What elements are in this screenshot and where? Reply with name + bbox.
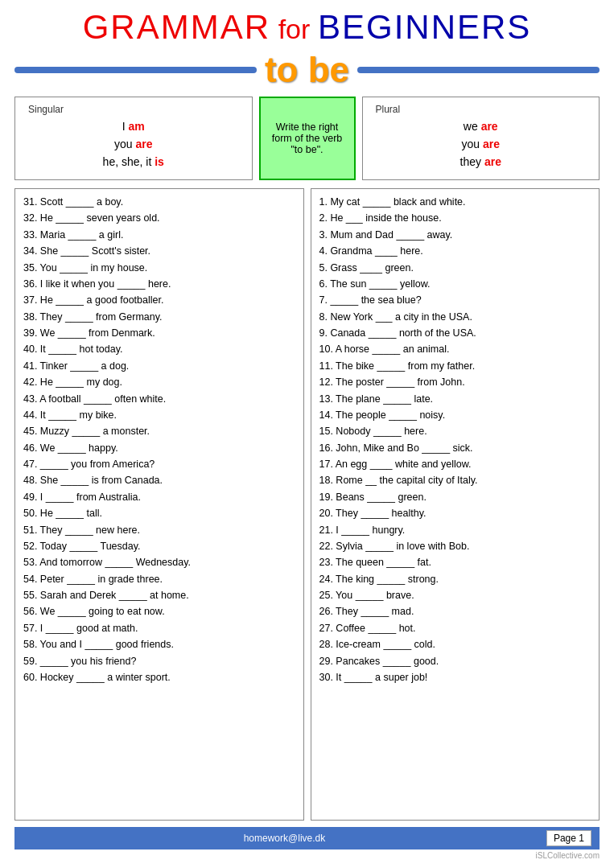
left-exercise-item: 49. I _____ from Australia. <box>23 490 295 505</box>
right-exercise-item: 26. They _____ mad. <box>319 604 591 619</box>
left-exercise-item: 43. A football _____ often white. <box>23 392 295 407</box>
watermark: iSLCollective.com <box>14 851 600 860</box>
verb-are-1: are <box>135 138 152 150</box>
footer: homework@live.dk Page 1 <box>14 827 600 849</box>
title-beginners: BEGINNERS <box>318 8 531 46</box>
plural-row-1: we are <box>376 120 587 133</box>
left-exercise-item: 58. You and I _____ good friends. <box>23 637 295 652</box>
left-exercise-item: 37. He _____ a good footballer. <box>23 293 295 308</box>
left-exercise-item: 35. You _____ in my house. <box>23 261 295 276</box>
left-exercise-item: 32. He _____ seven years old. <box>23 211 295 226</box>
right-exercise-item: 14. The people _____ noisy. <box>319 408 591 423</box>
verb-are-2: are <box>481 120 498 133</box>
left-exercise-item: 38. They _____ from Germany. <box>23 310 295 325</box>
left-exercise-item: 51. They _____ new here. <box>23 523 295 538</box>
right-exercise-item: 3. Mum and Dad _____ away. <box>319 228 591 243</box>
singular-box: Singular I am you are he, she, it is <box>14 97 253 180</box>
left-exercise-item: 55. Sarah and Derek _____ at home. <box>23 588 295 603</box>
right-exercise-item: 21. I _____ hungry. <box>319 523 591 538</box>
blue-line-left <box>14 67 257 73</box>
left-exercise-item: 60. Hockey _____ a winter sport. <box>23 670 295 685</box>
footer-page: Page 1 <box>546 830 591 846</box>
singular-label: Singular <box>28 104 239 115</box>
plural-box: Plural we are you are they are <box>362 97 600 180</box>
right-exercise-item: 19. Beans _____ green. <box>319 490 591 505</box>
left-exercise-item: 41. Tinker _____ a dog. <box>23 359 295 374</box>
right-exercise-item: 11. The bike _____ from my father. <box>319 359 591 374</box>
right-exercise-item: 4. Grandma ____ here. <box>319 244 591 259</box>
plural-label: Plural <box>376 104 587 115</box>
left-exercise-item: 54. Peter _____ in grade three. <box>23 572 295 587</box>
left-exercise-item: 56. We _____ going to eat now. <box>23 604 295 619</box>
left-exercise-item: 53. And tomorrow _____ Wednesday. <box>23 555 295 570</box>
center-instruction-text: Write the right form of the verb "to be"… <box>267 121 348 155</box>
page: GRAMMAR for BEGINNERS to be Singular I a… <box>0 0 614 868</box>
right-exercise-item: 7. _____ the sea blue? <box>319 293 591 308</box>
left-exercise-col: 31. Scott _____ a boy.32. He _____ seven… <box>14 188 304 821</box>
right-exercise-col: 1. My cat _____ black and white.2. He __… <box>311 188 600 821</box>
left-exercise-item: 31. Scott _____ a boy. <box>23 195 295 210</box>
left-exercise-item: 33. Maria _____ a girl. <box>23 228 295 243</box>
left-exercise-item: 52. Today _____ Tuesday. <box>23 539 295 554</box>
right-exercise-item: 29. Pancakes _____ good. <box>319 654 591 669</box>
left-exercise-item: 47. _____ you from America? <box>23 457 295 472</box>
left-exercise-item: 45. Muzzy _____ a monster. <box>23 424 295 439</box>
left-exercise-item: 59. _____ you his friend? <box>23 654 295 669</box>
right-exercise-item: 2. He ___ inside the house. <box>319 211 591 226</box>
right-exercise-item: 23. The queen _____ fat. <box>319 555 591 570</box>
right-exercise-item: 27. Coffee _____ hot. <box>319 621 591 636</box>
title-section: GRAMMAR for BEGINNERS <box>14 8 600 47</box>
right-exercise-item: 18. Rome __ the capital city of Italy. <box>319 473 591 488</box>
exercises-row: 31. Scott _____ a boy.32. He _____ seven… <box>14 188 600 821</box>
right-exercise-item: 9. Canada _____ north of the USA. <box>319 326 591 341</box>
right-exercise-item: 30. It _____ a super job! <box>319 670 591 685</box>
right-exercise-item: 25. You _____ brave. <box>319 588 591 603</box>
grammar-table-section: Singular I am you are he, she, it is Wri… <box>14 97 600 180</box>
left-exercise-item: 34. She _____ Scott's sister. <box>23 244 295 259</box>
left-exercise-item: 50. He _____ tall. <box>23 506 295 521</box>
singular-row-3: he, she, it is <box>28 155 239 168</box>
plural-row-2: you are <box>376 138 587 150</box>
right-exercise-item: 12. The poster _____ from John. <box>319 375 591 390</box>
right-exercise-item: 22. Sylvia _____ in love with Bob. <box>319 539 591 554</box>
right-exercise-item: 13. The plane _____ late. <box>319 392 591 407</box>
verb-are-3: are <box>483 138 500 150</box>
right-exercise-item: 20. They _____ healthy. <box>319 506 591 521</box>
singular-row-1: I am <box>28 120 239 133</box>
left-exercise-item: 57. I _____ good at math. <box>23 621 295 636</box>
left-exercise-item: 46. We _____ happy. <box>23 441 295 456</box>
left-exercise-item: 40. It _____ hot today. <box>23 342 295 357</box>
right-exercise-item: 24. The king _____ strong. <box>319 572 591 587</box>
title-grammar: GRAMMAR <box>83 8 270 46</box>
right-exercise-item: 8. New York ___ a city in the USA. <box>319 310 591 325</box>
title-tobe: to be <box>265 50 349 90</box>
singular-row-2: you are <box>28 138 239 150</box>
right-exercise-item: 10. A horse _____ an animal. <box>319 342 591 357</box>
right-exercise-item: 16. John, Mike and Bo _____ sick. <box>319 441 591 456</box>
plural-row-3: they are <box>376 155 587 168</box>
title-for: for <box>278 14 311 44</box>
left-exercise-item: 36. I like it when you _____ here. <box>23 277 295 292</box>
verb-is: is <box>155 155 164 168</box>
footer-email: homework@live.dk <box>244 833 326 844</box>
left-exercise-item: 44. It _____ my bike. <box>23 408 295 423</box>
left-exercise-item: 48. She _____ is from Canada. <box>23 473 295 488</box>
verb-am: am <box>129 120 145 133</box>
right-exercise-item: 28. Ice-cream _____ cold. <box>319 637 591 652</box>
right-exercise-item: 6. The sun _____ yellow. <box>319 277 591 292</box>
subtitle-row: to be <box>14 50 600 90</box>
verb-are-4: are <box>484 155 501 168</box>
blue-line-right <box>357 67 600 73</box>
right-exercise-item: 5. Grass ____ green. <box>319 261 591 276</box>
right-exercise-item: 17. An egg ____ white and yellow. <box>319 457 591 472</box>
center-instruction-box: Write the right form of the verb "to be"… <box>259 97 356 180</box>
right-exercise-item: 1. My cat _____ black and white. <box>319 195 591 210</box>
right-exercise-item: 15. Nobody _____ here. <box>319 424 591 439</box>
left-exercise-item: 42. He _____ my dog. <box>23 375 295 390</box>
left-exercise-item: 39. We _____ from Denmark. <box>23 326 295 341</box>
